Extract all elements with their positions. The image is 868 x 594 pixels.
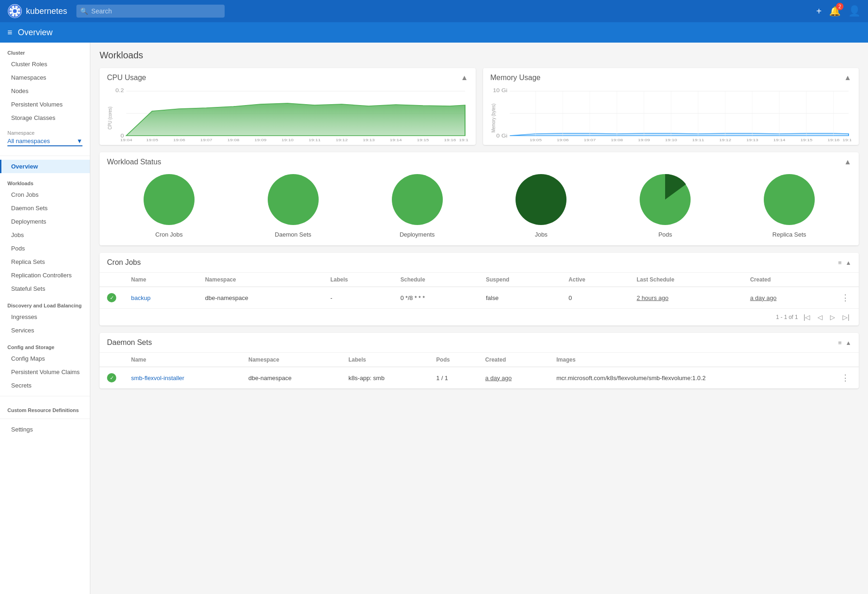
daemon-sets-actions: ≡ ▲ [838,339,851,346]
profile-button[interactable]: 👤 [848,5,861,17]
svg-point-67 [516,174,566,225]
sidebar: Cluster Cluster Roles Namespaces Nodes P… [0,43,90,594]
sidebar-item-ingresses[interactable]: Ingresses [0,310,90,324]
ds-row-more-button[interactable]: ⋮ [839,372,851,384]
pagination-next-button[interactable]: ▷ [828,313,837,322]
svg-text:19:08: 19:08 [227,138,239,141]
sidebar-item-nodes[interactable]: Nodes [0,84,90,98]
svg-point-2 [13,9,17,13]
memory-chart-card: Memory Usage ▲ 10 Gi 0 Gi Memory (bytes) [483,68,859,145]
deployments-label: Deployments [400,231,435,238]
sidebar-item-overview[interactable]: Overview [0,160,90,173]
sidebar-item-settings[interactable]: Settings [0,423,90,436]
cron-job-name-link[interactable]: backup [131,294,151,301]
row-status-cell: ✓ [100,287,124,309]
svg-text:19:17: 19:17 [459,138,468,141]
notifications-button[interactable]: 🔔 2 [829,6,841,17]
pagination-last-button[interactable]: ▷| [841,313,851,322]
col-header-status [100,273,124,287]
svg-text:19:07: 19:07 [200,138,212,141]
daemon-sets-table: Name Namespace Labels Pods Created Image… [100,353,859,388]
svg-text:19:10: 19:10 [282,138,294,141]
replica-sets-pie [761,172,817,227]
pagination-prev-button[interactable]: ◁ [816,313,824,322]
svg-point-65 [268,174,319,225]
menu-button[interactable]: ≡ [7,28,13,38]
sidebar-item-daemon-sets[interactable]: Daemon Sets [0,201,90,215]
status-ok-icon: ✓ [107,293,116,302]
memory-chart-collapse-button[interactable]: ▲ [844,74,851,82]
ds-col-namespace: Namespace [241,353,341,367]
row-more-button[interactable]: ⋮ [839,292,851,304]
sidebar-item-deployments[interactable]: Deployments [0,215,90,228]
sidebar-item-pods[interactable]: Pods [0,242,90,255]
svg-text:19:16: 19:16 [827,138,839,141]
sidebar-item-namespaces[interactable]: Namespaces [0,71,90,84]
sidebar-item-storage-classes[interactable]: Storage Classes [0,111,90,125]
ds-col-labels: Labels [341,353,429,367]
logo: kubernetes [7,4,67,19]
svg-text:19:13: 19:13 [363,138,375,141]
col-header-created: Created [742,273,832,287]
svg-text:19:11: 19:11 [692,138,704,141]
svg-text:19:15: 19:15 [800,138,812,141]
search-input[interactable] [76,5,225,18]
crd-section-label: Custom Resource Definitions [0,400,90,415]
table-row: ✓ backup dbe-namespace - 0 */8 * * * fal… [100,287,859,309]
sidebar-item-pvc[interactable]: Persistent Volume Claims [0,365,90,379]
sidebar-item-stateful-sets[interactable]: Stateful Sets [0,282,90,295]
svg-text:19:12: 19:12 [719,138,731,141]
row-suspend-cell: false [478,287,561,309]
chevron-down-icon: ▼ [76,138,82,144]
ds-col-images: Images [549,353,832,367]
workload-status-collapse-button[interactable]: ▲ [844,158,851,166]
namespace-select[interactable]: All namespaces ▼ [7,138,82,146]
pie-pods: Pods [637,172,693,238]
cron-jobs-table-card: Cron Jobs ≡ ▲ Name Namespace Labels Sche… [100,253,859,325]
sidebar-item-replication-controllers[interactable]: Replication Controllers [0,269,90,282]
svg-text:19:14: 19:14 [390,138,402,141]
sidebar-item-replica-sets[interactable]: Replica Sets [0,255,90,269]
col-header-active: Active [561,273,629,287]
pie-charts-row: Cron Jobs Daemon Sets Deployments [107,172,851,238]
svg-point-69 [764,174,815,225]
pagination-first-button[interactable]: |◁ [802,313,812,322]
svg-text:19:09: 19:09 [638,138,650,141]
sidebar-item-services[interactable]: Services [0,324,90,337]
sidebar-divider-3 [0,419,90,419]
add-button[interactable]: + [816,6,822,17]
cron-jobs-table-title: Cron Jobs [107,258,141,267]
cpu-chart-collapse-button[interactable]: ▲ [461,74,468,82]
filter-icon[interactable]: ≡ [838,259,842,266]
daemon-sets-table-title: Daemon Sets [107,338,152,347]
daemon-sets-collapse-button[interactable]: ▲ [845,339,851,346]
sidebar-item-cluster-roles[interactable]: Cluster Roles [0,57,90,71]
pie-deployments: Deployments [390,172,445,238]
svg-text:19:05: 19:05 [529,138,541,141]
deployments-pie [390,172,445,227]
charts-row: CPU Usage ▲ 0.2 0 CPU (cores) [100,68,859,145]
config-section-label: Config and Storage [0,337,90,352]
daemon-sets-table-card: Daemon Sets ≡ ▲ Name Namespace Labels Po… [100,333,859,388]
sidebar-item-config-maps[interactable]: Config Maps [0,352,90,365]
sidebar-item-cron-jobs[interactable]: Cron Jobs [0,188,90,201]
page-title: Overview [18,28,53,38]
cron-jobs-actions: ≡ ▲ [838,259,851,266]
ds-row-labels-cell: k8s-app: smb [341,367,429,389]
svg-text:19:09: 19:09 [254,138,266,141]
col-header-labels: Labels [323,273,393,287]
daemon-set-name-link[interactable]: smb-flexvol-installer [131,375,184,381]
workload-status-title: Workload Status [107,158,161,166]
discovery-section-label: Discovery and Load Balancing [0,295,90,310]
namespace-section: Namespace All namespaces ▼ [0,125,90,152]
last-schedule-value: 2 hours ago [637,294,669,301]
sidebar-item-persistent-volumes[interactable]: Persistent Volumes [0,98,90,111]
col-header-actions [832,273,859,287]
pods-pie [637,172,693,227]
sidebar-item-jobs[interactable]: Jobs [0,228,90,242]
daemon-sets-filter-icon[interactable]: ≡ [838,339,842,346]
cron-jobs-collapse-button[interactable]: ▲ [845,259,851,266]
sidebar-item-secrets[interactable]: Secrets [0,379,90,392]
replica-sets-label: Replica Sets [773,231,806,238]
col-header-schedule: Schedule [393,273,478,287]
